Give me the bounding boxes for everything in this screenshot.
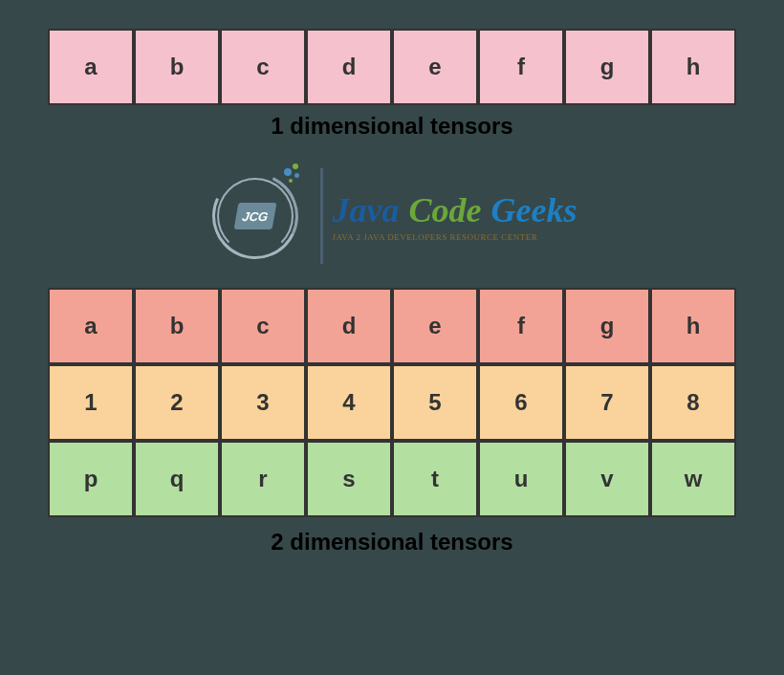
tensor-2d-cell: b	[134, 288, 220, 364]
tensor-2d-cell: 2	[134, 364, 220, 441]
tensor-1d-cell: e	[392, 29, 478, 105]
logo-dots-icon	[279, 163, 308, 192]
logo-circle-icon: JCG	[207, 168, 303, 264]
logo-container: JCG Java Code Geeks JAVA 2 JAVA DEVELOPE…	[207, 163, 577, 269]
tensor-1d-cell: d	[306, 29, 392, 105]
tensor-2d-cell: t	[392, 441, 478, 517]
logo-title: Java Code Geeks	[333, 190, 577, 230]
logo-text: Java Code Geeks JAVA 2 JAVA DEVELOPERS R…	[333, 190, 577, 242]
tensor-2d-cell: h	[650, 288, 736, 364]
tensor-2d-cell: 3	[220, 364, 306, 441]
logo-badge: JCG	[233, 203, 276, 229]
tensor-2d-container: a b c d e f g h 1 2 3 4 5 6 7 8 p q r s …	[48, 288, 736, 517]
tensor-2d-caption: 2 dimensional tensors	[271, 529, 512, 555]
tensor-2d-cell: v	[564, 441, 650, 517]
tensor-2d-cell: s	[306, 441, 392, 517]
logo-word-geeks: Geeks	[491, 190, 577, 230]
tensor-2d-cell: c	[220, 288, 306, 364]
tensor-2d-cell: g	[564, 288, 650, 364]
tensor-1d-container: a b c d e f g h	[48, 29, 736, 105]
tensor-2d-cell: w	[650, 441, 736, 517]
tensor-1d-cell: c	[220, 29, 306, 105]
tensor-2d-cell: d	[306, 288, 392, 364]
tensor-2d-cell: u	[478, 441, 564, 517]
tensor-2d-cell: 7	[564, 364, 650, 441]
tensor-1d-cell: h	[650, 29, 736, 105]
tensor-2d-row: a b c d e f g h	[48, 288, 736, 364]
logo-word-code: Code	[409, 190, 482, 230]
logo-word-java: Java	[333, 190, 400, 230]
tensor-1d-cell: a	[48, 29, 134, 105]
logo-subtitle: JAVA 2 JAVA DEVELOPERS RESOURCE CENTER	[333, 232, 577, 242]
tensor-1d-cell: g	[564, 29, 650, 105]
tensor-2d-cell: 6	[478, 364, 564, 441]
tensor-2d-cell: 5	[392, 364, 478, 441]
tensor-1d-cell: f	[478, 29, 564, 105]
tensor-2d-cell: 4	[306, 364, 392, 441]
tensor-2d-cell: 8	[650, 364, 736, 441]
tensor-2d-cell: q	[134, 441, 220, 517]
tensor-1d-cell: b	[134, 29, 220, 105]
logo-divider	[320, 168, 323, 264]
tensor-2d-cell: f	[478, 288, 564, 364]
tensor-2d-cell: 1	[48, 364, 134, 441]
tensor-2d-row: 1 2 3 4 5 6 7 8	[48, 364, 736, 441]
tensor-1d-caption: 1 dimensional tensors	[271, 113, 512, 140]
tensor-2d-cell: r	[220, 441, 306, 517]
tensor-2d-cell: p	[48, 441, 134, 517]
tensor-2d-cell: e	[392, 288, 478, 364]
tensor-2d-row: p q r s t u v w	[48, 441, 736, 517]
tensor-2d-cell: a	[48, 288, 134, 364]
